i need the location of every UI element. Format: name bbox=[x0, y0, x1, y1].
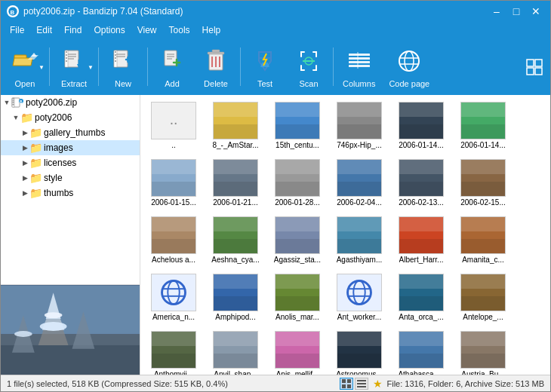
file-name: 8_-_AmStar... bbox=[212, 141, 258, 150]
file-item[interactable]: 2006-01-15... bbox=[143, 155, 204, 211]
grid-view-icon[interactable] bbox=[340, 378, 353, 390]
file-thumbnail bbox=[337, 159, 382, 197]
file-item[interactable]: Anvil_shap... bbox=[205, 327, 266, 375]
file-item[interactable]: 2006-02-04... bbox=[329, 155, 389, 211]
minimize-button[interactable]: – bbox=[488, 5, 505, 17]
grid-view-button[interactable] bbox=[522, 41, 547, 92]
file-item[interactable]: Anthomyii... bbox=[143, 327, 204, 375]
file-item[interactable]: 2006-01-14... bbox=[453, 98, 513, 154]
folder-gallery-icon: 📁 bbox=[29, 127, 42, 139]
scan-button[interactable]: Scan bbox=[288, 41, 330, 92]
file-thumbnail bbox=[460, 216, 506, 254]
file-name: Antelope_... bbox=[463, 313, 503, 322]
file-name: Agasthiyam... bbox=[337, 256, 383, 265]
open-icon bbox=[10, 46, 40, 76]
file-thumbnail bbox=[151, 331, 196, 369]
tree-item-images[interactable]: ▶ 📁 images bbox=[1, 140, 140, 155]
file-item[interactable]: Anolis_mar... bbox=[267, 270, 328, 326]
file-item[interactable]: Aeshna_cya... bbox=[205, 213, 266, 268]
menu-options[interactable]: Options bbox=[88, 23, 131, 37]
test-button[interactable]: Test bbox=[244, 41, 286, 92]
tree-item-poty[interactable]: ▼ 📁 poty2006 bbox=[1, 110, 140, 125]
file-item[interactable]: 2006-01-14... bbox=[391, 98, 451, 154]
delete-button[interactable]: Delete bbox=[195, 41, 237, 92]
close-button[interactable]: ✕ bbox=[528, 5, 544, 17]
menu-find[interactable]: Find bbox=[58, 23, 88, 37]
svg-text:B: B bbox=[20, 100, 23, 104]
file-item[interactable]: Apis_mellif... bbox=[267, 327, 328, 375]
svg-rect-20 bbox=[115, 60, 116, 62]
svg-rect-45 bbox=[527, 68, 534, 75]
menu-bar: File Edit Find Options View Tools Help bbox=[1, 22, 550, 38]
file-item[interactable]: 2006-02-15... bbox=[453, 155, 513, 211]
open-button[interactable]: Open ▼ bbox=[4, 41, 46, 92]
menu-file[interactable]: File bbox=[4, 23, 30, 37]
expand-gallery: ▶ bbox=[20, 129, 29, 136]
file-item[interactable]: Anta_orca_... bbox=[391, 270, 451, 326]
file-item[interactable]: Achelous a... bbox=[143, 213, 204, 268]
menu-tools[interactable]: Tools bbox=[163, 23, 196, 37]
file-item[interactable]: Amphipod... bbox=[205, 270, 266, 326]
svg-rect-37 bbox=[349, 65, 370, 67]
folder-licenses-icon: 📁 bbox=[29, 157, 42, 169]
extract-button[interactable]: Extract ▼ bbox=[53, 41, 95, 92]
tree-item-thumbs[interactable]: ▶ 📁 thumbs bbox=[1, 185, 140, 201]
svg-rect-28 bbox=[208, 52, 224, 54]
open-label: Open bbox=[15, 79, 35, 88]
file-item[interactable]: 15th_centu... bbox=[267, 98, 328, 154]
file-item[interactable]: Austria_Bu... bbox=[453, 327, 513, 375]
svg-rect-17 bbox=[115, 51, 116, 53]
file-thumbnail bbox=[337, 102, 382, 139]
file-item[interactable]: .... bbox=[143, 98, 204, 154]
menu-view[interactable]: View bbox=[131, 23, 163, 37]
tree-item-licenses[interactable]: ▶ 📁 licenses bbox=[1, 155, 140, 170]
file-item[interactable]: Amanita_c... bbox=[453, 213, 513, 268]
file-name: 2006-01-14... bbox=[399, 141, 444, 150]
file-name: Ant_worker... bbox=[337, 313, 381, 322]
list-view-icon[interactable] bbox=[355, 378, 368, 390]
menu-edit[interactable]: Edit bbox=[30, 23, 58, 37]
maximize-button[interactable]: □ bbox=[508, 5, 525, 17]
svg-rect-88 bbox=[357, 380, 366, 381]
svg-rect-87 bbox=[347, 384, 351, 388]
file-panel: ....8_-_AmStar...15th_centu...746px-Hip_… bbox=[140, 95, 550, 375]
file-item[interactable]: Albert_Harr... bbox=[391, 213, 451, 268]
tree-item-style[interactable]: ▶ 📁 style bbox=[1, 170, 140, 185]
file-item[interactable]: Agasthiyam... bbox=[329, 213, 389, 268]
file-item[interactable]: 2006-02-13... bbox=[391, 155, 451, 211]
file-name: 2006-01-21... bbox=[213, 198, 258, 207]
file-thumbnail bbox=[213, 274, 258, 311]
add-button[interactable]: Add bbox=[151, 41, 193, 92]
file-thumbnail bbox=[337, 274, 382, 311]
scan-icon bbox=[294, 46, 324, 76]
file-thumbnail bbox=[213, 331, 258, 369]
file-item[interactable]: 2006-01-28... bbox=[267, 155, 328, 211]
columns-button[interactable]: Columns bbox=[337, 41, 381, 92]
tree-item-zip[interactable]: ▼ B poty2006.zip bbox=[1, 95, 140, 110]
status-bar: 1 file(s) selected, 518 KB (Compressed S… bbox=[1, 375, 550, 391]
file-thumbnail bbox=[399, 216, 444, 254]
status-left: 1 file(s) selected, 518 KB (Compressed S… bbox=[7, 379, 228, 388]
file-item[interactable]: Athabasca_... bbox=[391, 327, 451, 375]
test-label: Test bbox=[257, 79, 272, 88]
file-item[interactable]: Antelope_... bbox=[453, 270, 513, 326]
tree-item-gallery[interactable]: ▶ 📁 gallery_thumbs bbox=[1, 125, 140, 140]
file-name: Anolis_mar... bbox=[276, 313, 319, 322]
file-item[interactable]: America_n... bbox=[143, 270, 204, 326]
file-item[interactable]: Astronomus... bbox=[329, 327, 389, 375]
folder-poty-icon: 📁 bbox=[20, 112, 32, 124]
new-button[interactable]: New bbox=[102, 41, 144, 92]
file-item[interactable]: 746px-Hip_... bbox=[329, 98, 389, 154]
file-thumbnail bbox=[399, 159, 444, 197]
codepage-button[interactable]: Code page bbox=[383, 41, 436, 92]
grid-icon bbox=[525, 57, 544, 77]
file-info: File: 1316, Folder: 6, Archive Size: 513… bbox=[387, 379, 545, 388]
menu-help[interactable]: Help bbox=[196, 23, 227, 37]
file-item[interactable]: Agassiz_sta... bbox=[267, 213, 328, 268]
file-item[interactable]: Ant_worker... bbox=[329, 270, 389, 326]
add-label: Add bbox=[165, 79, 180, 88]
expand-images: ▶ bbox=[20, 144, 29, 152]
columns-icon bbox=[344, 46, 374, 76]
file-item[interactable]: 8_-_AmStar... bbox=[205, 98, 266, 154]
file-item[interactable]: 2006-01-21... bbox=[205, 155, 266, 211]
